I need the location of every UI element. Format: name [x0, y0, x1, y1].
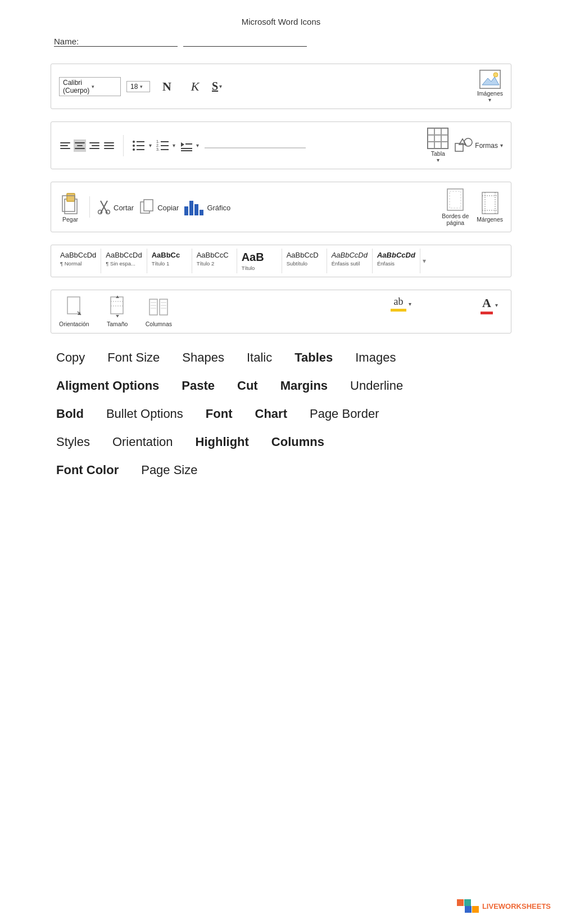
images-button[interactable]: Imágenes ▾: [477, 70, 503, 103]
style-no-space[interactable]: AaBbCcDd ¶ Sin espa...: [101, 249, 147, 273]
svg-rect-18: [181, 150, 192, 151]
style-normal[interactable]: AaBbCcDd ¶ Normal: [56, 249, 101, 273]
label-columns[interactable]: Columns: [271, 435, 324, 449]
cut-button[interactable]: Cortar: [98, 200, 134, 214]
indent-dropdown-arrow: ▾: [196, 142, 199, 148]
page-size-button[interactable]: Tamaño: [106, 296, 129, 327]
svg-marker-1: [482, 77, 499, 85]
style-subtitle[interactable]: AaBbCcD Subtítulo: [282, 249, 327, 273]
shapes-dropdown-arrow: ▾: [500, 142, 503, 148]
numbered-list-button[interactable]: 1. 2. 3. ▾: [155, 138, 175, 154]
style-emphasis-subtle-preview: AaBbCcDd: [332, 251, 368, 259]
label-orientation[interactable]: Orientation: [112, 435, 173, 449]
images-dropdown-arrow: ▾: [488, 97, 491, 103]
label-font-color[interactable]: Font Color: [56, 463, 119, 477]
underline-button[interactable]: S ▾: [212, 80, 234, 93]
font-color-text-icon: A: [482, 296, 491, 310]
font-name-arrow: ▾: [92, 84, 117, 89]
label-tables[interactable]: Tables: [294, 350, 333, 365]
font-color-dropdown-arrow: ▾: [495, 302, 498, 308]
page-border-button[interactable]: Bordes de página: [439, 188, 471, 226]
label-font-size[interactable]: Font Size: [107, 350, 160, 365]
columns-label: Columnas: [146, 321, 172, 327]
orientation-label: Orientación: [59, 321, 89, 327]
highlight-button[interactable]: ab ▾: [391, 296, 413, 312]
style-emphasis-label: Énfasis: [377, 260, 395, 267]
style-emphasis[interactable]: AaBbCcDd Énfasis: [373, 249, 420, 273]
styles-scroll-down[interactable]: ▾: [420, 249, 428, 273]
style-titulo[interactable]: AaB Título: [237, 249, 282, 273]
align-justify-icon[interactable]: [103, 139, 115, 152]
label-chart[interactable]: Chart: [255, 407, 287, 421]
style-subtitle-preview: AaBbCcD: [287, 251, 319, 259]
italic-button[interactable]: K: [184, 79, 206, 94]
label-cut[interactable]: Cut: [237, 378, 258, 393]
bold-button[interactable]: N: [156, 79, 178, 94]
shapes-button[interactable]: Formas ▾: [455, 138, 503, 154]
label-paste[interactable]: Paste: [182, 378, 215, 393]
columns-button[interactable]: Columnas: [146, 296, 172, 327]
svg-point-5: [133, 145, 135, 147]
style-titulo-preview: AaB: [242, 251, 264, 264]
cut-label: Cortar: [114, 204, 134, 212]
copy-button[interactable]: Copiar: [139, 199, 179, 215]
copy-icon: [139, 199, 154, 215]
label-page-size[interactable]: Page Size: [141, 463, 197, 477]
numbered-list-dropdown-arrow: ▾: [173, 142, 175, 148]
label-underline[interactable]: Underline: [350, 378, 403, 393]
indent-button[interactable]: ▾: [179, 138, 199, 154]
label-italic[interactable]: Italic: [247, 350, 272, 365]
label-margins[interactable]: Margins: [280, 378, 328, 393]
liveworksheets-footer: LIVEWORKSHEETS: [457, 899, 551, 913]
table-label: Tabla: [431, 150, 445, 157]
alignment-toolbar: ▾ 1. 2. 3. ▾: [51, 121, 511, 169]
paste-icon: [60, 191, 80, 215]
label-shapes[interactable]: Shapes: [182, 350, 224, 365]
table-icon: [427, 128, 448, 149]
page-border-icon: [445, 188, 465, 211]
font-size-arrow: ▾: [140, 84, 146, 89]
align-right-icon[interactable]: [88, 139, 101, 152]
style-normal-label: ¶ Normal: [60, 260, 81, 267]
margins-button[interactable]: Márgenes: [477, 191, 503, 223]
labels-row-5: Font Color Page Size: [56, 463, 506, 477]
paste-button[interactable]: Pegar: [59, 191, 81, 223]
svg-marker-45: [116, 315, 119, 317]
svg-marker-15: [181, 142, 184, 147]
svg-rect-47: [160, 299, 167, 315]
table-dropdown-arrow: ▾: [437, 157, 439, 163]
bullet-list-button[interactable]: ▾: [132, 138, 152, 154]
label-font[interactable]: Font: [206, 407, 233, 421]
label-alignment-options[interactable]: Aligment Options: [56, 378, 159, 393]
style-title2-label: Título 2: [197, 260, 215, 267]
toolbar-separator-1: [123, 135, 124, 156]
orientation-button[interactable]: Orientación: [59, 296, 89, 327]
labels-row-2: Aligment Options Paste Cut Margins Under…: [56, 378, 506, 393]
font-size-selector[interactable]: 18 ▾: [126, 81, 150, 92]
label-page-border[interactable]: Page Border: [310, 407, 379, 421]
svg-rect-17: [181, 148, 192, 149]
label-copy[interactable]: Copy: [56, 350, 85, 365]
label-styles[interactable]: Styles: [56, 435, 90, 449]
font-name-selector[interactable]: Calibri (Cuerpo) ▾: [59, 77, 121, 96]
svg-rect-14: [161, 149, 169, 150]
svg-rect-12: [161, 145, 169, 146]
label-bullet-options[interactable]: Bullet Options: [106, 407, 183, 421]
label-highlight[interactable]: Highlight: [196, 435, 249, 449]
style-title1[interactable]: AaBbCc Título 1: [147, 249, 192, 273]
style-emphasis-preview: AaBbCcDd: [377, 251, 415, 259]
align-center-icon[interactable]: [74, 139, 86, 152]
font-color-button[interactable]: A ▾: [481, 296, 503, 314]
labels-row-1: Copy Font Size Shapes Italic Tables Imag…: [56, 350, 506, 365]
align-left-icon[interactable]: [59, 139, 71, 152]
label-images[interactable]: Images: [355, 350, 396, 365]
style-title1-preview: AaBbCc: [152, 251, 180, 259]
italic-icon: K: [191, 79, 200, 94]
style-emphasis-subtle[interactable]: AaBbCcDd Énfasis sutil: [327, 249, 373, 273]
style-title2[interactable]: AaBbCcC Título 2: [192, 249, 237, 273]
table-button[interactable]: Tabla ▾: [427, 128, 449, 163]
label-bold[interactable]: Bold: [56, 407, 84, 421]
chart-button[interactable]: Gráfico: [184, 199, 230, 215]
font-color-bar: [481, 312, 493, 314]
page-border-label: Bordes de página: [439, 213, 471, 226]
